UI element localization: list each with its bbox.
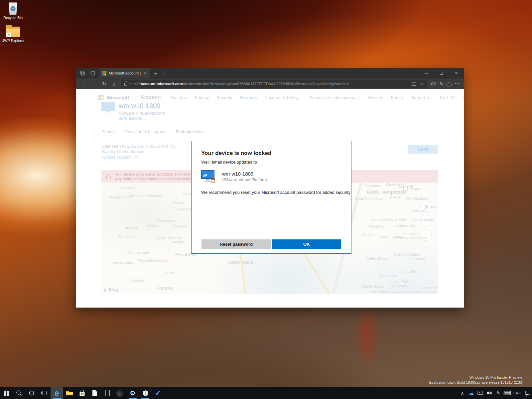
taskbar-todo-check-button[interactable]: ✔ [152,387,164,399]
map-label: Roslyn [390,195,401,199]
edge-browser-window: Microsoft account | Dev ✕ + ⌄ ✕ ← → ↻ ⌂ … [76,68,464,308]
favorites-hub-icon[interactable] [431,81,436,86]
last-seen-text: Last seen at 1/3/2019, 3:31:18 PM in | [102,144,175,149]
edge-toolbar: ← → ↻ ⌂ https://account.microsoft.com/de… [76,78,464,89]
taskbar-edge-insider-button[interactable] [114,387,126,399]
start-button[interactable] [0,387,13,399]
tabs-preview-icon[interactable] [90,71,95,75]
site-header: Microsoft | Account Your info Privacy Se… [98,93,441,102]
nav-payment-billing[interactable]: Payment & billing ⌄ [265,95,302,100]
task-view-button[interactable] [38,387,51,399]
enable-location-link[interactable]: Enable locationi [102,155,138,160]
map-label: Valley Stream [366,256,389,260]
new-tab-button[interactable]: + [154,70,157,76]
url-text[interactable]: https://account.microsoft.com/devices/de… [129,82,409,86]
map-label: Irvington [173,224,187,228]
touch-keyboard-icon[interactable]: ⌨ [503,390,512,396]
account-page: Microsoft | Account Your info Privacy Se… [76,89,464,308]
dialog-device-platform: VMware Virtual Platform [222,178,267,182]
ok-button[interactable]: OK [272,239,341,249]
taskbar-search-button[interactable] [13,387,25,399]
nav-rewards[interactable]: Rewards [240,95,257,100]
tab-device-info-support[interactable]: Device info & support [125,129,166,137]
windows-ink-pen-icon[interactable]: ✎ [494,390,503,396]
taskbar-file-explorer-button[interactable] [63,387,76,399]
microsoft-favicon [102,71,106,75]
nav-privacy[interactable]: Privacy [195,95,209,100]
reset-password-button[interactable]: Reset password [201,239,271,249]
taskbar-store-button[interactable] [76,387,88,399]
device-heading: wm-w10-1809 VMware Virtual Platform [101,102,165,116]
nav-security[interactable]: Security [216,95,232,100]
header-cart[interactable]: Cart [440,95,455,100]
nav-family[interactable]: Family [391,95,403,100]
desktop-icon-recycle-bin[interactable]: ♻ Recycle Bin [0,2,26,20]
cast-display-icon[interactable] [476,391,485,395]
onedrive-icon[interactable]: ☁ [467,390,476,397]
device-monitor-icon [101,102,115,113]
map-label: East Hills [398,184,414,188]
action-center-icon[interactable] [523,391,532,396]
map-label: Summit [125,225,137,229]
taskbar: e ⚙ ✔ ∧ ☁ ✎ ⌨ ENG [0,387,532,399]
tab-list-chevron-icon[interactable]: ⌄ [163,71,165,75]
refresh-button[interactable]: ↻ [99,79,109,88]
browser-tab[interactable]: Microsoft account | Dev ✕ [99,68,150,78]
tab-close-icon[interactable]: ✕ [144,71,147,75]
insider-watermark: Windows 10 Pro Insider Preview Evaluatio… [429,375,522,385]
volume-icon[interactable] [485,391,494,395]
window-minimize-button[interactable] [419,68,434,78]
map-label: Staten Island [228,260,253,265]
add-favorite-star-icon[interactable]: ☆ [420,81,424,86]
more-actions-link[interactable]: More actions ⌄ [117,116,147,121]
set-tabs-aside-icon[interactable] [80,71,85,75]
info-icon: i [134,155,138,159]
window-close-button[interactable]: ✕ [449,68,464,78]
edge-titlebar[interactable]: Microsoft account | Dev ✕ + ⌄ ✕ [76,68,464,78]
web-notes-pen-icon[interactable]: ✎ [439,81,443,86]
window-maximize-button[interactable] [434,68,449,78]
map-label: Old Westbury [406,197,428,200]
alert-line1: Your device is locked on 1/3/2019, 4:46:… [115,172,197,177]
dialog-recommendation: We recommend you reset your Microsoft ac… [201,190,350,195]
tab-find-my-device[interactable]: Find my device [176,129,204,137]
taskbar-edge-button[interactable]: e [51,387,63,399]
account-section-label[interactable]: Account [140,94,161,101]
map-label: Colonia [131,278,144,282]
tab-status[interactable]: Status [102,129,115,137]
taskbar-document-app-button[interactable] [88,387,101,399]
nav-your-info[interactable]: Your info [170,95,187,100]
desktop-icon-uwp-explorer[interactable]: ↗ UWP Explorer [0,25,26,43]
map-label: Atlantic Beach [361,285,384,289]
battery-text: Battery level unknown [102,149,175,154]
forward-button[interactable]: → [89,79,99,88]
taskbar-your-phone-button[interactable] [101,387,114,399]
tray-show-hidden-icons[interactable]: ∧ [458,391,467,396]
watermark-line1: Windows 10 Pro Insider Preview [429,375,522,380]
taskbar-windows-security-button[interactable] [139,387,152,399]
home-button[interactable]: ⌂ [109,79,119,88]
nav-services-subscriptions[interactable]: Services & subscriptions ⌄ [309,95,360,100]
map-label: North Hempstead [367,189,406,195]
folder-shortcut-icon: ↗ [6,27,20,37]
desktop-icon-label: Recycle Bin [0,16,26,20]
map-label: Livingston Township [130,194,163,198]
share-icon[interactable] [447,81,452,86]
address-bar[interactable]: https://account.microsoft.com/devices/de… [121,80,427,88]
map-label: Orange [173,201,186,205]
reading-view-icon[interactable] [412,82,416,86]
alert-line2: Any of the administrators can sign in to… [115,177,197,181]
lock-device-button[interactable]: Lock [408,145,438,154]
taskbar-settings-button[interactable]: ⚙ [126,387,139,399]
language-indicator[interactable]: ENG [512,391,523,395]
desktop: ♻ Recycle Bin ↗ UWP Explorer Windows 10 … [0,0,532,399]
map-label: Hanover [122,186,136,190]
settings-and-more-icon[interactable]: ··· [455,81,461,86]
nav-devices[interactable]: Devices [368,95,383,100]
dialog-device-name: wm-w10-1809 [222,171,267,177]
header-search[interactable]: Search [411,95,431,100]
header-username[interactable]: Mauro [463,95,464,100]
header-divider: | [134,95,136,100]
back-button[interactable]: ← [79,79,89,88]
cortana-button[interactable] [25,387,38,399]
